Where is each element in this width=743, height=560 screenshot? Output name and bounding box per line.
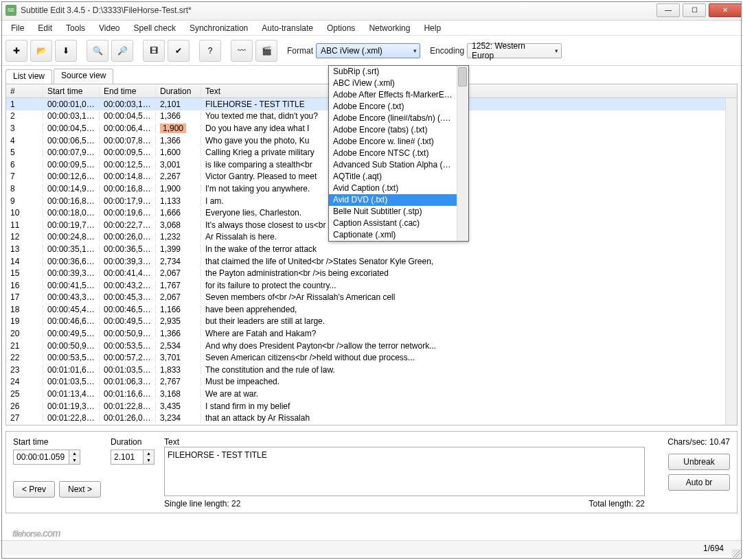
window-title: Subtitle Edit 3.4.5 - D:\3333\FileHorse-…: [21, 5, 655, 15]
menu-video[interactable]: Video: [92, 22, 126, 34]
total-length: Total length: 22: [589, 499, 645, 509]
menu-synchronization[interactable]: Synchronization: [183, 22, 255, 34]
spin-up-icon[interactable]: ▲: [69, 450, 80, 457]
duration-label: Duration: [111, 437, 155, 447]
format-option[interactable]: ABC iView (.xml): [329, 78, 457, 89]
menu-help[interactable]: Help: [417, 22, 448, 34]
format-option[interactable]: Adobe Encore (tabs) (.txt): [329, 124, 457, 136]
editor-panel: Start time ▲▼ < Prev Next > Duration ▲▼ …: [5, 431, 738, 513]
menu-spell-check[interactable]: Spell check: [127, 22, 183, 34]
spin-down-icon[interactable]: ▼: [69, 457, 80, 464]
help-icon[interactable]: ?: [199, 40, 221, 62]
encoding-combo[interactable]: 1252: Western Europ: [467, 43, 562, 58]
format-option[interactable]: Adobe Encore (line#/tabs/n) (.txt): [329, 113, 457, 124]
new-icon[interactable]: ✚: [5, 40, 27, 62]
format-option[interactable]: Adobe Encore w. line# (.txt): [329, 136, 457, 148]
table-row[interactable]: 2700:01:22,84200:01:26,0763,234that an a…: [6, 412, 737, 424]
format-option[interactable]: Caption Assistant (.cac): [329, 218, 457, 229]
dropdown-scroll-thumb[interactable]: [458, 67, 467, 86]
start-time-input[interactable]: ▲▼: [13, 450, 101, 465]
toolbar: ✚📂⬇🔍🔎🎞✔?〰🎬 Format ABC iView (.xml) Encod…: [0, 36, 743, 66]
table-row[interactable]: 2000:00:49,57500:00:50,9411,366Where are…: [6, 327, 737, 340]
table-row[interactable]: 1800:00:45,40400:00:46,5701,166have been…: [6, 303, 737, 316]
table-row[interactable]: 1400:00:36,62900:00:39,3632,734that clai…: [6, 255, 737, 268]
table-row[interactable]: 1600:00:41,50000:00:43,2671,767for its f…: [6, 279, 737, 292]
format-option[interactable]: Adobe Encore (.txt): [329, 101, 457, 113]
menu-edit[interactable]: Edit: [31, 22, 59, 34]
format-option[interactable]: Advanced Sub Station Alpha (.ass): [329, 159, 457, 171]
table-row[interactable]: 2100:00:50,97600:00:53,5102,534And why d…: [6, 340, 737, 352]
close-button[interactable]: ✕: [709, 3, 742, 17]
table-row[interactable]: 1300:00:35,19400:00:36,5931,399In the wa…: [6, 243, 737, 255]
format-dropdown[interactable]: SubRip (.srt)ABC iView (.xml)Adobe After…: [328, 65, 469, 242]
status-counter: 1/694: [703, 544, 724, 553]
single-line-length: Single line length: 22: [164, 499, 240, 509]
table-row[interactable]: 1500:00:39,39800:00:41,4652,067the Payto…: [6, 267, 737, 279]
format-option[interactable]: Belle Nuit Subtitler (.stp): [329, 206, 457, 218]
table-row[interactable]: 2300:01:01,68700:01:03,5201,833The const…: [6, 364, 737, 376]
maximize-button[interactable]: ☐: [683, 3, 706, 17]
watermark: filehorse.com: [12, 517, 60, 542]
col-end[interactable]: End time: [100, 86, 156, 96]
minimize-button[interactable]: —: [656, 3, 680, 17]
format-option[interactable]: Avid Caption (.txt): [329, 183, 457, 194]
resize-grip-icon[interactable]: [732, 549, 740, 557]
table-row[interactable]: 1900:00:46,60500:00:49,5402,935but their…: [6, 316, 737, 328]
menu-auto-translate[interactable]: Auto-translate: [255, 22, 320, 34]
format-option[interactable]: SubRip (.srt): [329, 66, 457, 78]
unbreak-button[interactable]: Unbreak: [668, 454, 730, 470]
table-row[interactable]: 2600:01:19,37100:01:22,8063,435I stand f…: [6, 400, 737, 412]
format-option[interactable]: AQTitle (.aqt): [329, 171, 457, 183]
menu-options[interactable]: Options: [320, 22, 362, 34]
col-text[interactable]: Text: [201, 86, 737, 96]
encoding-label: Encoding: [430, 46, 464, 56]
clapboard-icon[interactable]: 🎬: [255, 40, 277, 62]
spin-up-icon[interactable]: ▲: [144, 450, 154, 457]
format-option[interactable]: Avid DVD (.txt): [329, 194, 457, 206]
table-row[interactable]: 2500:01:13,49900:01:16,6673,168We are at…: [6, 388, 737, 400]
menu-file[interactable]: File: [4, 22, 31, 34]
table-row[interactable]: 1700:00:43,30200:00:45,3692,067Seven mem…: [6, 292, 737, 304]
tab-sourceview[interactable]: Source view: [54, 69, 113, 84]
chars-per-sec: Chars/sec: 10.47: [667, 437, 730, 447]
find-icon[interactable]: 🔍: [87, 40, 108, 62]
table-row[interactable]: 2200:00:53,54600:00:57,2473,701Seven Ame…: [6, 351, 737, 364]
titlebar: SE Subtitle Edit 3.4.5 - D:\3333\FileHor…: [0, 0, 743, 21]
save-icon[interactable]: ⬇: [55, 40, 77, 62]
video-icon[interactable]: 🎞: [143, 40, 165, 62]
text-label: Text: [164, 437, 645, 447]
col-number[interactable]: #: [6, 86, 43, 96]
table-row[interactable]: 2400:01:03,55600:01:06,3232,767Must be i…: [6, 376, 737, 388]
menu-networking[interactable]: Networking: [362, 22, 417, 34]
waveform-icon[interactable]: 〰: [231, 40, 253, 62]
format-option[interactable]: Adobe Encore NTSC (.txt): [329, 148, 457, 159]
prev-button[interactable]: < Prev: [13, 481, 55, 498]
format-label: Format: [287, 46, 313, 56]
col-duration[interactable]: Duration: [156, 86, 201, 96]
menubar: FileEditToolsVideoSpell checkSynchroniza…: [0, 21, 743, 36]
grid-scrollbar[interactable]: [725, 98, 737, 425]
app-icon: SE: [5, 5, 16, 16]
autobr-button[interactable]: Auto br: [668, 474, 730, 491]
statusbar: 1/694: [0, 540, 743, 555]
spin-down-icon[interactable]: ▼: [144, 457, 154, 464]
col-start[interactable]: Start time: [43, 86, 100, 96]
menu-tools[interactable]: Tools: [59, 22, 92, 34]
format-option[interactable]: Captionate (.xml): [329, 229, 457, 241]
duration-input[interactable]: ▲▼: [111, 450, 155, 465]
open-icon[interactable]: 📂: [30, 40, 52, 62]
next-button[interactable]: Next >: [59, 481, 101, 498]
format-combo[interactable]: ABC iView (.xml): [316, 43, 420, 58]
format-option[interactable]: Adobe After Effects ft-MarkerExporter (.…: [329, 89, 457, 101]
spellcheck-icon[interactable]: ✔: [168, 40, 190, 62]
start-time-label: Start time: [13, 437, 101, 447]
dropdown-scrollbar[interactable]: [457, 66, 468, 241]
tab-listview[interactable]: List view: [5, 69, 52, 84]
find-replace-icon[interactable]: 🔎: [111, 40, 133, 62]
text-input[interactable]: [164, 447, 645, 496]
